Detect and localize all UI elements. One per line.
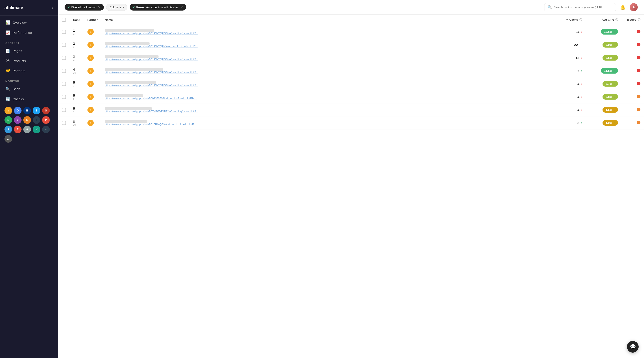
link-url[interactable]: https://www.amazon.com/gp/product/B07H3W… [105,110,199,113]
link-url[interactable]: https://www.amazon.com/gp/product/B01AWC… [105,84,199,87]
columns-chip[interactable]: Columns ▾ [106,4,127,11]
row-issues [622,51,644,64]
row-checkbox[interactable] [62,108,66,112]
link-url[interactable]: https://www.amazon.com/gp/product/B01AWC… [105,45,199,48]
row-checkbox-cell[interactable] [58,38,70,51]
ctr-value: 1.6% [606,108,612,112]
partner-icons-grid: a G B S S S V S F P A R A V ● … [0,104,58,145]
chat-icon: 💬 [630,344,636,350]
products-icon: 🛍 [6,58,10,63]
sidebar-item-checks[interactable]: 🔄 Checks [0,94,58,104]
rank-sub: 2 [73,58,80,61]
row-clicks: 4↓ [554,104,586,116]
row-checkbox-cell[interactable] [58,104,70,116]
chat-bubble-button[interactable]: 💬 [627,341,638,352]
partner-badge: a [88,42,94,48]
issue-dot [637,82,640,85]
row-checkbox[interactable] [62,43,66,47]
ctr-badge: 12.6%↓ [601,29,618,34]
link-url[interactable]: https://www.amazon.com/gp/product/B01AWC… [105,58,199,61]
partner-icon-s4[interactable]: S [23,116,31,124]
ctr-value: 11.5% [604,69,612,72]
row-checkbox[interactable] [62,56,66,60]
link-name-placeholder [105,42,150,45]
row-checkbox[interactable] [62,30,66,34]
link-url[interactable]: https://www.amazon.com/gp/product/B01AWC… [105,71,199,74]
link-url[interactable]: https://www.amazon.com/gp/product/B0013J… [105,97,199,100]
row-name: https://www.amazon.com/gp/product/B01AWC… [101,64,554,78]
partner-icon-more[interactable]: … [4,135,12,143]
preset-close-icon[interactable]: ✕ [180,6,183,9]
partner-icon-v[interactable]: V [14,116,22,124]
row-checkbox-cell[interactable] [58,64,70,78]
row-checkbox-cell[interactable] [58,90,70,104]
partner-icon-s3[interactable]: S [4,116,12,124]
avatar[interactable]: A [630,3,638,11]
row-rank: 810 [70,116,84,130]
search-box[interactable]: 🔍 [544,3,616,11]
issues-info-icon[interactable]: ⓘ [638,18,640,21]
partner-icon-dot[interactable]: ● [42,126,50,133]
partner-badge: a [88,55,94,61]
row-rank: 57 [70,78,84,90]
filter-amazon-chip[interactable]: ✓ Filtered by Amazon ✕ [64,4,104,10]
row-rank: 55 [70,90,84,104]
partner-icon-s2[interactable]: S [42,107,50,114]
partner-icon-a3[interactable]: A [23,126,31,133]
partner-icon-a2[interactable]: A [4,126,12,133]
row-checkbox-cell[interactable] [58,116,70,130]
partner-icon-f[interactable]: F [33,116,40,124]
sidebar-item-performance[interactable]: 📈 Performance [0,28,58,38]
ctr-trend-icon: ↑ [614,69,615,72]
sidebar-item-partners[interactable]: 🤝 Partners [0,66,58,76]
clicks-number: 13 [576,56,580,60]
partner-icon-p[interactable]: P [42,116,50,124]
ctr-trend-icon: ↓ [614,30,615,34]
row-checkbox[interactable] [62,121,66,125]
rank-sub: 4 [73,110,80,113]
header-checkbox-cell[interactable] [58,14,70,25]
clicks-value: 13↓ [558,56,582,60]
link-name-placeholder [105,55,158,58]
notification-bell-button[interactable]: 🔔 [619,4,626,11]
select-all-checkbox[interactable] [62,18,66,22]
sidebar-item-overview[interactable]: 📊 Overview [0,18,58,28]
clicks-info-icon[interactable]: ⓘ [580,18,582,21]
filter-amazon-close-icon[interactable]: ✕ [98,6,101,9]
search-input[interactable] [554,6,612,9]
partner-badge: a [88,94,94,100]
partner-icon-g[interactable]: G [14,107,22,114]
preset-chip[interactable]: ✓ Preset: Amazon links with issues ✕ [130,4,186,10]
partner-icon-r[interactable]: R [14,126,22,133]
collapse-button[interactable]: ‹ [51,4,54,11]
issue-dot [637,95,640,98]
partner-badge: a [88,107,94,113]
partner-icon-s1[interactable]: S [33,107,40,114]
sidebar-item-scan[interactable]: 🔍 Scan [0,84,58,94]
row-ctr: 1.9%↑ [586,116,622,130]
partner-icon-b[interactable]: B [23,107,31,114]
row-checkbox[interactable] [62,69,66,73]
ctr-info-icon[interactable]: ⓘ [615,18,618,21]
table-row: 415ahttps://www.amazon.com/gp/product/B0… [58,64,644,78]
row-checkbox-cell[interactable] [58,25,70,38]
clicks-number: 24 [576,30,580,34]
ctr-value: 2.9% [606,43,612,46]
row-checkbox-cell[interactable] [58,51,70,64]
partner-icon-amazon[interactable]: a [4,107,12,114]
link-url[interactable]: https://www.amazon.com/gp/product/B01AWC… [105,32,199,35]
partner-icon-v2[interactable]: V [33,126,40,133]
row-ctr: 3.7%↓ [586,78,622,90]
row-checkbox[interactable] [62,95,66,99]
sidebar-item-pages[interactable]: 📄 Pages [0,46,58,56]
sidebar-item-products[interactable]: 🛍 Products [0,56,58,66]
ctr-trend-icon: ↓ [614,56,615,60]
link-url[interactable]: https://www.amazon.com/gp/product/B015R0… [105,123,199,126]
table-row: 32ahttps://www.amazon.com/gp/product/B01… [58,51,644,64]
row-rank: 32 [70,51,84,64]
row-checkbox-cell[interactable] [58,78,70,90]
monitor-section-label: MONITOR [0,76,58,84]
clicks-trend-icon: — [579,43,582,46]
row-checkbox[interactable] [62,82,66,86]
ctr-badge: 1.9%↑ [602,120,618,126]
